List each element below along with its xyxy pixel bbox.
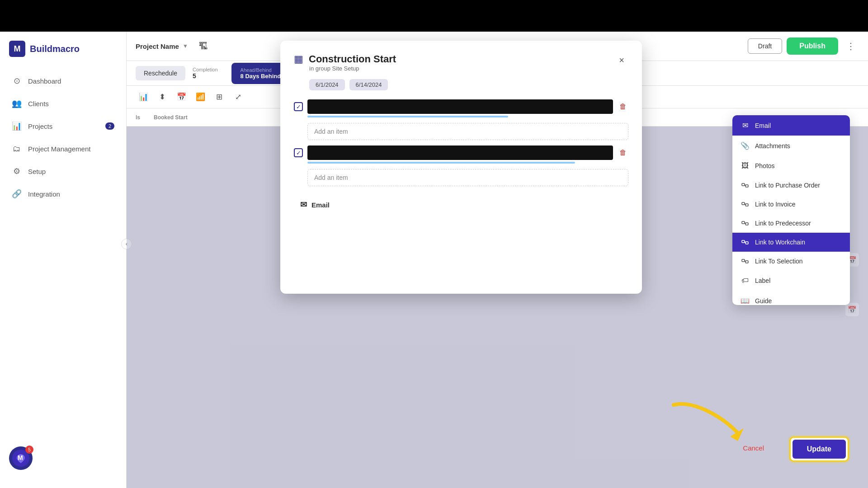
- link-invoice-icon: [741, 201, 750, 208]
- task-section: ✓ 🗑 Add an item ✓ 🗑: [294, 99, 628, 186]
- dropdown-item-link-selection[interactable]: Link To Selection: [732, 252, 850, 271]
- update-button[interactable]: Update: [793, 440, 846, 459]
- sidebar-item-clients[interactable]: 👥 Clients: [5, 93, 121, 114]
- sidebar-item-integration[interactable]: 🔗 Integration: [5, 183, 121, 204]
- dropdown-item-link-invoice-label: Link to Invoice: [755, 201, 796, 208]
- calendar-icon[interactable]: 📅: [174, 89, 189, 105]
- integration-icon: 🔗: [12, 189, 22, 199]
- sidebar-item-dashboard[interactable]: ⊙ Dashboard: [5, 70, 121, 91]
- svg-rect-2: [742, 183, 745, 186]
- dropdown-menu: ✉ Email 📎 Attachments 🖼 Photos Link to P…: [732, 115, 850, 305]
- stats-area: Completion 5 Ahead/Behind 8 Days Behind: [193, 63, 290, 84]
- svg-rect-9: [745, 223, 748, 225]
- dropdown-item-photos-label: Photos: [755, 162, 775, 169]
- construction-hat-icon[interactable]: 🏗: [195, 38, 212, 54]
- modal-close-button[interactable]: ×: [615, 53, 628, 67]
- dropdown-item-link-purchase-order-label: Link to Purchase Order: [755, 182, 820, 189]
- add-item-row-1[interactable]: Add an item: [307, 123, 628, 140]
- top-bar: [0, 0, 868, 32]
- task-row-1: ✓ 🗑: [294, 99, 628, 114]
- reschedule-button[interactable]: Reschedule: [136, 66, 185, 80]
- task-delete-1[interactable]: 🗑: [618, 101, 628, 113]
- task-checkbox-2[interactable]: ✓: [294, 148, 303, 157]
- dropdown-item-link-selection-label: Link To Selection: [755, 258, 803, 265]
- email-menu-icon: ✉: [741, 121, 750, 130]
- logo-area[interactable]: M Buildmacro: [0, 41, 126, 70]
- sidebar-footer: M 5: [0, 437, 126, 479]
- guide-menu-icon: 📖: [741, 296, 750, 305]
- header-more-options-icon[interactable]: ⋮: [843, 39, 859, 53]
- task-progress-2: [307, 162, 575, 164]
- publish-button[interactable]: Publish: [787, 38, 838, 55]
- sidebar-item-label: Dashboard: [28, 77, 61, 85]
- header-right-actions: Draft Publish ⋮: [748, 38, 859, 55]
- date-row: 6/1/2024 6/14/2024: [309, 79, 628, 90]
- label-menu-icon: 🏷: [741, 277, 750, 285]
- task-item-1: ✓ 🗑: [294, 99, 628, 117]
- task-delete-2[interactable]: 🗑: [618, 147, 628, 159]
- cancel-button[interactable]: Cancel: [734, 440, 773, 456]
- task-bar-2: [307, 145, 613, 160]
- modal-title: Construction Start: [309, 53, 396, 65]
- email-icon: ✉: [300, 200, 307, 210]
- dropdown-item-link-predecessor[interactable]: Link to Predecessor: [732, 214, 850, 233]
- avatar[interactable]: M 5: [9, 446, 33, 470]
- sidebar-item-label: Integration: [28, 190, 60, 198]
- end-date-chip: 6/14/2024: [349, 79, 388, 90]
- project-name: Project Name: [136, 42, 179, 50]
- svg-rect-3: [745, 185, 748, 187]
- booked-start-column-header: Booked Start: [154, 114, 188, 121]
- dropdown-item-label[interactable]: 🏷 Label: [732, 271, 850, 291]
- svg-rect-12: [745, 242, 748, 244]
- fullscreen-icon[interactable]: ⤢: [231, 89, 246, 105]
- dropdown-item-link-predecessor-label: Link to Predecessor: [755, 220, 811, 227]
- sidebar-item-label: Projects: [28, 122, 52, 130]
- projects-badge: 2: [105, 122, 114, 130]
- details-column-header: ls: [136, 114, 140, 121]
- dropdown-item-link-workchain-label: Link to Workchain: [755, 239, 805, 246]
- svg-rect-11: [742, 240, 745, 243]
- dropdown-item-email[interactable]: ✉ Email: [732, 115, 850, 136]
- dropdown-item-attachments[interactable]: 📎 Attachments: [732, 136, 850, 156]
- columns-icon[interactable]: ⊞: [212, 89, 227, 105]
- project-selector[interactable]: Project Name ▼: [136, 42, 188, 50]
- svg-rect-14: [742, 259, 745, 262]
- ahead-behind-label: Ahead/Behind: [241, 67, 281, 73]
- dropdown-item-link-purchase-order[interactable]: Link to Purchase Order: [732, 176, 850, 195]
- task-checkbox-1[interactable]: ✓: [294, 102, 303, 111]
- svg-rect-6: [745, 204, 748, 206]
- sidebar-item-setup[interactable]: ⚙ Setup: [5, 161, 121, 182]
- draft-button[interactable]: Draft: [748, 38, 782, 54]
- add-item-label-2: Add an item: [314, 174, 348, 181]
- email-row: ✉ Email: [294, 195, 628, 214]
- dropdown-item-link-workchain[interactable]: Link to Workchain: [732, 233, 850, 252]
- modal-subtitle: in group Site Setup: [309, 65, 396, 72]
- app-name: Buildmacro: [30, 44, 80, 54]
- task-row-2: ✓ 🗑: [294, 145, 628, 160]
- svg-text:M: M: [18, 454, 23, 461]
- dropdown-item-guide-label: Guide: [755, 297, 772, 305]
- photos-menu-icon: 🖼: [741, 162, 750, 170]
- link-purchase-order-icon: [741, 182, 750, 189]
- completion-stat: Completion 5: [193, 67, 218, 80]
- add-item-row-2[interactable]: Add an item: [307, 169, 628, 186]
- logo-icon: M: [9, 41, 25, 57]
- sidebar-item-projects[interactable]: 📊 Projects 2: [5, 116, 121, 136]
- start-date-chip: 6/1/2024: [309, 79, 345, 90]
- svg-rect-8: [742, 221, 745, 224]
- task-progress-1: [307, 116, 508, 117]
- dropdown-item-photos[interactable]: 🖼 Photos: [732, 156, 850, 176]
- ahead-behind-value: 8 Days Behind: [241, 73, 281, 80]
- dropdown-item-guide[interactable]: 📖 Guide: [732, 291, 850, 305]
- sidebar-item-label: Clients: [28, 100, 49, 108]
- completion-value: 5: [193, 72, 218, 80]
- completion-label: Completion: [193, 67, 218, 72]
- link-workchain-icon: [741, 239, 750, 246]
- task-item-2: ✓ 🗑: [294, 145, 628, 164]
- expand-icon[interactable]: ⬍: [155, 89, 170, 105]
- dropdown-item-link-invoice[interactable]: Link to Invoice: [732, 195, 850, 214]
- svg-rect-5: [742, 202, 745, 205]
- sidebar-item-project-management[interactable]: 🗂 Project Management: [5, 138, 121, 159]
- wifi-icon[interactable]: 📶: [193, 89, 208, 105]
- bar-chart-icon[interactable]: 📊: [136, 89, 151, 105]
